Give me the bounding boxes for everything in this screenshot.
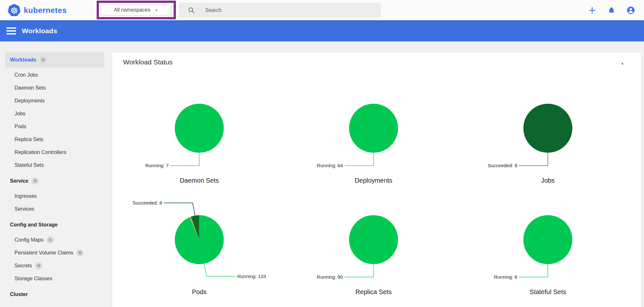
kubernetes-dashboard: ☸ kubernetes All namespaces ▼ xyxy=(0,0,644,307)
kubernetes-logo[interactable]: ☸ kubernetes xyxy=(8,4,82,17)
pie-chart-canvas: Running: 7Daemon Sets xyxy=(112,90,286,189)
sidebar-item-storage-classes[interactable]: Storage Classes xyxy=(5,272,104,285)
annotation-highlight-box: All namespaces ▼ xyxy=(97,1,176,19)
brand-text: kubernetes xyxy=(24,6,67,15)
leader-line xyxy=(170,153,199,166)
namespaced-badge: N xyxy=(35,262,42,269)
slice-label: Running: 7 xyxy=(145,163,169,168)
sidebar-item-cluster[interactable]: Cluster xyxy=(5,288,104,301)
workload-charts: Running: 7Daemon SetsRunning: 64Deployme… xyxy=(112,53,641,307)
search-bar[interactable] xyxy=(179,3,381,18)
leader-line xyxy=(164,203,195,216)
sidebar-item-label: Storage Classes xyxy=(5,276,52,282)
namespace-selector[interactable]: All namespaces ▼ xyxy=(101,5,171,15)
sidebar-item-label: Replication Controllers xyxy=(5,149,66,155)
pie-slice-running[interactable] xyxy=(349,215,398,264)
sidebar-item-label: Config Maps xyxy=(5,237,43,243)
slice-label: Succeeded: 8 xyxy=(488,163,517,168)
namespaced-badge: N xyxy=(32,177,39,185)
sidebar-item-label: Service xyxy=(5,178,28,184)
sidebar-item-label: Replica Sets xyxy=(5,137,43,142)
bell-icon xyxy=(607,6,616,14)
hamburger-menu-icon[interactable] xyxy=(6,27,17,35)
pie-chart-pods: Running: 133Succeeded: 8Pods xyxy=(112,201,286,301)
chart-title: Jobs xyxy=(541,177,554,184)
plus-icon xyxy=(588,6,596,14)
sidebar-item-persistent-volume-claims[interactable]: Persistent Volume ClaimsN xyxy=(5,246,104,259)
top-bar: ☸ kubernetes All namespaces ▼ xyxy=(0,0,644,20)
person-circle-icon xyxy=(626,6,635,15)
chart-title: Daemon Sets xyxy=(180,177,219,184)
sidebar-item-deployments[interactable]: Deployments xyxy=(5,94,104,107)
sidebar-item-ingresses[interactable]: Ingresses xyxy=(5,190,104,203)
create-resource-button[interactable] xyxy=(587,5,597,15)
sidebar-item-cluster-role-bindings[interactable]: Cluster Role Bindings xyxy=(5,303,104,307)
slice-label: Running: 133 xyxy=(237,273,266,279)
leader-line xyxy=(519,153,548,166)
sidebar-item-jobs[interactable]: Jobs xyxy=(5,107,104,120)
sidebar-item-pods[interactable]: Pods xyxy=(5,120,104,133)
page-title: Workloads xyxy=(22,27,57,35)
leader-line xyxy=(345,264,374,277)
account-button[interactable] xyxy=(626,5,636,15)
sidebar-item-label: Secrets xyxy=(5,263,32,269)
slice-label: Running: 6 xyxy=(494,274,517,280)
pie-slice-succeeded[interactable] xyxy=(524,104,572,153)
namespaced-badge: N xyxy=(76,249,83,256)
sidebar-item-label: Jobs xyxy=(5,111,25,117)
sidebar-item-cron-jobs[interactable]: Cron Jobs xyxy=(5,69,104,82)
sidebar-item-label: Daemon Sets xyxy=(5,85,46,91)
pie-chart-replica-sets: Running: 90Replica Sets xyxy=(286,201,461,301)
namespaced-badge: N xyxy=(40,56,47,63)
sidebar-nav: WorkloadsNCron JobsDaemon SetsDeployment… xyxy=(0,41,106,307)
slice-label: Running: 64 xyxy=(317,163,343,168)
sidebar-item-workloads[interactable]: WorkloadsN xyxy=(5,52,104,68)
notifications-button[interactable] xyxy=(606,5,617,15)
leader-line xyxy=(345,153,374,166)
namespaced-badge: N xyxy=(47,236,54,244)
sidebar-item-secrets[interactable]: SecretsN xyxy=(5,259,104,272)
chart-title: Deployments xyxy=(355,177,392,184)
pie-chart-daemon-sets: Running: 7Daemon Sets xyxy=(112,90,286,189)
search-input[interactable] xyxy=(205,7,360,13)
pie-chart-stateful-sets: Running: 6Stateful Sets xyxy=(461,201,635,301)
sidebar-item-label: Persistent Volume Claims xyxy=(5,250,73,256)
chart-title: Replica Sets xyxy=(355,288,391,295)
pie-slice-running[interactable] xyxy=(349,104,398,153)
sidebar-item-config-and-storage[interactable]: Config and Storage xyxy=(5,218,104,231)
sidebar-item-replica-sets[interactable]: Replica Sets xyxy=(5,133,104,146)
chart-title: Pods xyxy=(192,288,207,295)
chart-title: Stateful Sets xyxy=(530,288,566,295)
sidebar-item-config-maps[interactable]: Config MapsN xyxy=(5,234,104,246)
pie-chart-canvas: Succeeded: 8Jobs xyxy=(461,90,635,189)
sidebar-item-replication-controllers[interactable]: Replication Controllers xyxy=(5,146,104,159)
sidebar-item-label: Config and Storage xyxy=(5,222,58,228)
kubernetes-helm-icon: ☸ xyxy=(8,4,21,17)
pie-chart-canvas: Running: 64Deployments xyxy=(286,90,461,189)
sidebar-item-label: Workloads xyxy=(5,57,36,63)
sidebar-item-stateful-sets[interactable]: Stateful Sets xyxy=(5,159,104,172)
pie-slice-running[interactable] xyxy=(175,104,224,153)
sidebar-item-label: Cluster xyxy=(5,292,28,297)
sidebar-item-label: Cron Jobs xyxy=(5,72,38,78)
namespace-selector-value: All namespaces xyxy=(114,7,150,13)
leader-line xyxy=(519,264,548,277)
sidebar-item-service[interactable]: ServiceN xyxy=(5,175,104,187)
svg-text:☸: ☸ xyxy=(10,5,18,16)
pie-chart-jobs: Succeeded: 8Jobs xyxy=(461,90,635,189)
chevron-down-icon: ▼ xyxy=(155,8,158,12)
pie-chart-canvas: Running: 90Replica Sets xyxy=(286,201,461,301)
leader-line xyxy=(204,264,236,276)
sidebar-item-label: Ingresses xyxy=(5,193,37,199)
sidebar-item-label: Deployments xyxy=(5,98,44,104)
sidebar-item-services[interactable]: Services xyxy=(5,203,104,216)
pie-chart-deployments: Running: 64Deployments xyxy=(286,90,461,189)
pie-slice-running[interactable] xyxy=(524,215,572,264)
sidebar-item-label: Stateful Sets xyxy=(5,162,44,168)
pie-chart-canvas: Running: 6Stateful Sets xyxy=(461,201,635,301)
pie-chart-canvas: Running: 133Succeeded: 8Pods xyxy=(112,201,286,301)
sidebar-item-daemon-sets[interactable]: Daemon Sets xyxy=(5,82,104,94)
sidebar-item-label: Pods xyxy=(5,124,26,130)
app-bar: Workloads xyxy=(0,20,644,41)
workload-status-card: Workload Status ▲ Running: 7Daemon SetsR… xyxy=(112,53,641,307)
